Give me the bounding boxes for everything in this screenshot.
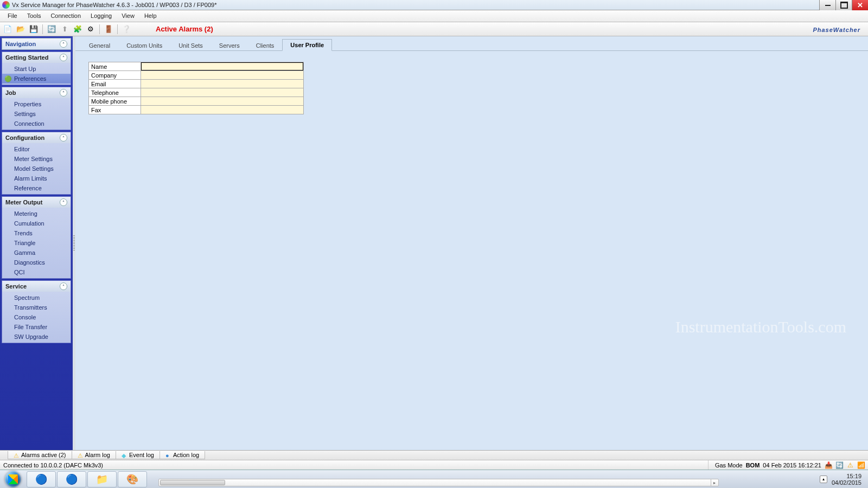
row-mobile: Mobile phone [89,97,304,106]
watermark: InstrumentationTools.com [675,318,846,336]
chart-icon[interactable]: 🧩 [72,24,83,35]
user-profile-form: Name Company Email Telephone Mobile phon… [88,62,304,114]
input-company[interactable] [141,71,304,80]
input-telephone[interactable] [141,88,304,97]
nav-group-configuration: Configuration˄ Editor Meter Settings Mod… [2,132,71,195]
nav-item-model-settings[interactable]: Model Settings [2,164,71,174]
help-icon[interactable]: ❔ [121,24,132,35]
nav-item-startup[interactable]: Start Up [2,64,71,74]
btab-action-log[interactable]: ●Action log [159,451,205,459]
input-fax[interactable] [141,106,304,114]
status-connected: Connected to 10.0.0.2 (DAFC Mk3v3) [3,462,103,468]
task-app-1[interactable]: 🔵 [27,471,56,487]
open-icon[interactable]: 📂 [15,24,26,35]
status-datetime: 04 Feb 2015 16:12:21 [763,462,821,468]
nav-item-transmitters[interactable]: Transmitters [2,303,71,312]
nav-item-sw-upgrade[interactable]: SW Upgrade [2,332,71,342]
nav-item-spectrum[interactable]: Spectrum [2,293,71,303]
btab-event-log[interactable]: ◆Event log [116,451,160,459]
refresh-icon[interactable]: 🔄 [46,24,57,35]
label-company: Company [89,71,141,80]
nav-item-diagnostics[interactable]: Diagnostics [2,258,71,267]
tab-servers[interactable]: Servers [211,40,248,51]
tab-unit-sets[interactable]: Unit Sets [170,40,211,51]
nav-item-trends[interactable]: Trends [2,228,71,238]
active-alarms-label[interactable]: Active Alarms (2) [156,25,213,33]
chevron-up-icon[interactable]: ˄ [60,54,67,61]
chevron-up-icon[interactable]: ˄ [60,134,67,142]
door-icon[interactable]: 🚪 [103,24,114,35]
save-icon[interactable]: 💾 [28,24,39,35]
nav-item-connection[interactable]: Connection [2,119,71,129]
input-name[interactable] [141,62,304,71]
bottom-tabstrip: ⚠Alarms active (2) ⚠Alarm log ◆Event log… [0,450,868,460]
menu-help[interactable]: Help [140,10,161,22]
nav-item-triangle[interactable]: Triangle [2,238,71,248]
group-header[interactable]: Job˄ [2,87,71,98]
status-mode-label: Gas Mode [715,462,743,468]
tray-date: 04/02/2015 [832,479,861,486]
tray-expand-icon[interactable]: ▴ [820,476,827,483]
nav-item-reference[interactable]: Reference [2,183,71,193]
nav-item-metering[interactable]: Metering [2,209,71,219]
group-header[interactable]: Meter Output˄ [2,197,71,208]
tab-clients[interactable]: Clients [248,40,283,51]
nav-item-meter-settings[interactable]: Meter Settings [2,154,71,164]
close-button[interactable] [852,0,868,10]
menu-logging[interactable]: Logging [86,10,116,22]
content-area: General Custom Units Unit Sets Servers C… [75,36,868,450]
taskbar-scrollbar[interactable]: ▸ [158,479,719,486]
separator [42,24,43,34]
warning-icon: ⚠ [78,452,83,458]
menu-tools[interactable]: Tools [23,10,46,22]
nav-item-properties[interactable]: Properties [2,99,71,109]
nav-item-gamma[interactable]: Gamma [2,248,71,258]
menu-file[interactable]: File [3,10,22,22]
chevron-up-icon[interactable]: ˄ [60,198,67,206]
label-email: Email [89,80,141,88]
group-header[interactable]: Getting Started ˄ [2,52,71,63]
gear-icon[interactable]: ⚙ [85,24,96,35]
nav-item-console[interactable]: Console [2,312,71,322]
row-fax: Fax [89,106,304,114]
nav-item-file-transfer[interactable]: File Transfer [2,322,71,332]
nav-item-alarm-limits[interactable]: Alarm Limits [2,174,71,183]
nav-item-preferences[interactable]: 🟢Preferences [2,74,71,84]
menu-view[interactable]: View [117,10,139,22]
chevron-up-icon[interactable]: ˄ [60,282,67,290]
separator [99,24,100,34]
menubar: File Tools Connection Logging View Help [0,10,868,22]
minimize-button[interactable] [819,0,835,10]
start-button[interactable] [0,470,26,489]
task-paint[interactable]: 🎨 [118,471,147,487]
status-icon-3[interactable]: 📶 [857,461,865,469]
nav-item-settings[interactable]: Settings [2,109,71,119]
group-header[interactable]: Service˄ [2,281,71,292]
nav-item-qci[interactable]: QCI [2,267,71,277]
maximize-button[interactable] [835,0,852,10]
nav-item-cumulation[interactable]: Cumulation [2,219,71,228]
status-icon-2[interactable]: 🔄 [835,461,843,469]
task-explorer[interactable]: 📁 [87,471,117,487]
window-title: Vx Service Manager for PhaseWatcher 4.6.… [12,2,216,8]
btab-alarms-active[interactable]: ⚠Alarms active (2) [8,451,72,459]
warning-icon: ⚠ [14,452,19,458]
status-icon-1[interactable]: 📥 [825,461,832,469]
nav-group-service: Service˄ Spectrum Transmitters Console F… [2,280,71,343]
chevron-up-icon[interactable]: ˄ [60,89,67,97]
tab-custom-units[interactable]: Custom Units [118,40,170,51]
chevron-up-icon[interactable]: ˄ [60,40,67,48]
input-email[interactable] [141,80,304,88]
tab-general[interactable]: General [81,40,118,51]
nav-item-editor[interactable]: Editor [2,144,71,154]
status-warning-icon[interactable]: ⚠ [846,461,854,469]
input-mobile[interactable] [141,97,304,106]
menu-connection[interactable]: Connection [46,10,85,22]
tray-clock[interactable]: 15:19 04/02/2015 [828,473,865,486]
tab-user-profile[interactable]: User Profile [282,39,332,51]
navigation-header[interactable]: Navigation ˄ [2,38,71,50]
new-icon[interactable]: 📄 [2,24,13,35]
group-header[interactable]: Configuration˄ [2,132,71,143]
btab-alarm-log[interactable]: ⚠Alarm log [72,451,116,459]
task-app-2[interactable]: 🔵 [57,471,86,487]
